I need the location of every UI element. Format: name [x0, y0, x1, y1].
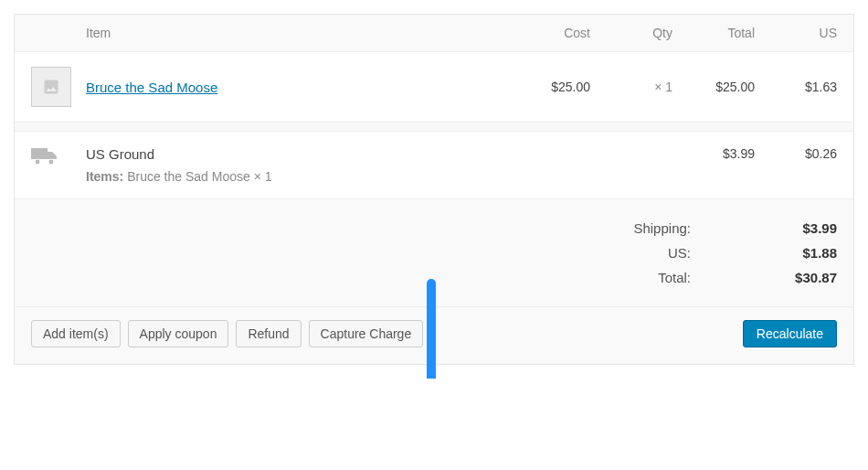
totals-shipping-label: Shipping:	[545, 220, 691, 236]
line-total: $25.00	[672, 80, 755, 94]
add-items-button[interactable]: Add item(s)	[31, 320, 121, 347]
line-cost: $25.00	[508, 80, 590, 94]
shipping-items-label: Items:	[86, 169, 123, 184]
shipping-items-text: Bruce the Sad Moose × 1	[127, 169, 271, 184]
totals-total-value: $30.87	[691, 270, 837, 285]
svg-rect-0	[31, 148, 48, 159]
header-item: Item	[86, 26, 508, 40]
line-qty: × 1	[590, 80, 672, 94]
apply-coupon-button[interactable]: Apply coupon	[128, 320, 229, 347]
product-link[interactable]: Bruce the Sad Moose	[86, 80, 217, 95]
shipping-items-line: Items: Bruce the Sad Moose × 1	[86, 169, 508, 184]
totals-tax-value: $1.88	[691, 245, 837, 261]
actions-bar: Add item(s) Apply coupon Refund Capture …	[15, 306, 853, 364]
totals-tax-label: US:	[545, 245, 691, 261]
totals-shipping-value: $3.99	[691, 220, 837, 236]
table-header: Item Cost Qty Total US	[15, 15, 853, 51]
shipping-tax: $0.26	[755, 146, 837, 161]
shipping-total: $3.99	[672, 146, 755, 161]
product-thumbnail-placeholder	[31, 67, 71, 107]
header-qty: Qty	[590, 26, 672, 40]
totals-section: Shipping: $3.99 US: $1.88 Total: $30.87	[15, 198, 853, 306]
header-total: Total	[672, 26, 755, 40]
refund-button[interactable]: Refund	[236, 320, 301, 347]
order-items-panel: Item Cost Qty Total US Bruce the Sad Moo…	[14, 14, 854, 365]
shipping-method: US Ground	[86, 146, 508, 162]
totals-total-label: Total:	[545, 270, 691, 285]
image-placeholder-icon	[42, 78, 60, 96]
recalculate-button[interactable]: Recalculate	[743, 320, 837, 347]
line-tax: $1.63	[755, 80, 837, 94]
svg-point-1	[35, 159, 40, 165]
capture-charge-button[interactable]: Capture Charge	[309, 320, 424, 347]
shipping-row: US Ground Items: Bruce the Sad Moose × 1…	[15, 131, 853, 198]
svg-point-2	[48, 159, 54, 165]
header-cost: Cost	[508, 26, 590, 40]
line-item-row: Bruce the Sad Moose $25.00 × 1 $25.00 $1…	[15, 51, 853, 122]
header-tax: US	[755, 26, 837, 40]
truck-icon	[31, 146, 58, 166]
